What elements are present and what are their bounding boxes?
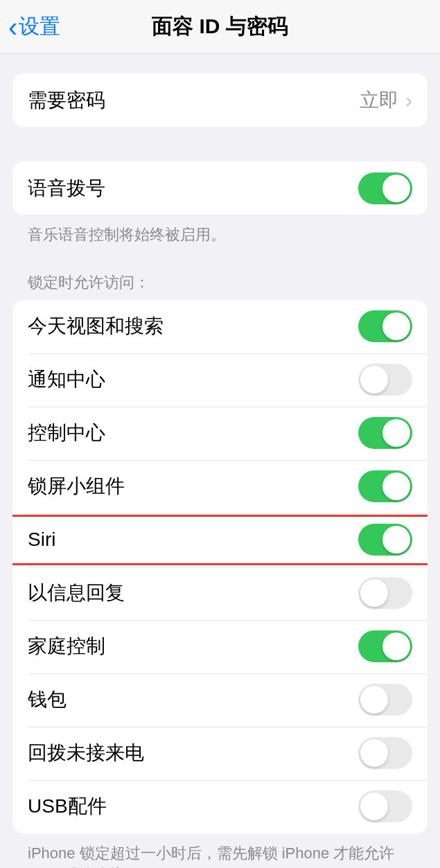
lock-access-toggle[interactable]	[358, 364, 412, 396]
passcode-group: 需要密码 立即 ›	[12, 73, 428, 127]
lock-access-toggle[interactable]	[358, 417, 412, 449]
lock-access-row: 家庭控制	[12, 620, 428, 673]
lock-access-label: 以信息回复	[28, 580, 125, 606]
toggle-knob	[360, 739, 388, 767]
lock-access-row: 控制中心	[12, 407, 428, 460]
toggle-knob	[360, 792, 388, 820]
lock-access-label: 钱包	[28, 687, 67, 713]
lock-access-label: USB配件	[28, 793, 107, 820]
back-label: 设置	[19, 12, 60, 41]
voice-dial-footer: 音乐语音控制将始终被启用。	[12, 215, 428, 246]
lock-access-row: Siri	[12, 513, 428, 567]
voice-dial-toggle[interactable]	[358, 172, 412, 204]
toggle-knob	[382, 632, 410, 660]
toggle-knob	[382, 526, 410, 553]
require-passcode-label: 需要密码	[28, 87, 105, 114]
lock-access-row: 钱包	[12, 673, 428, 727]
lock-access-toggle[interactable]	[358, 684, 412, 716]
back-button[interactable]: ‹ 设置	[0, 12, 60, 41]
toggle-knob	[382, 312, 410, 340]
lock-access-group: 今天视图和搜索通知中心控制中心锁屏小组件Siri以信息回复家庭控制钱包回拨未接来…	[12, 300, 428, 833]
toggle-knob	[360, 686, 388, 714]
lock-access-toggle[interactable]	[358, 577, 412, 609]
toggle-knob	[382, 175, 410, 202]
navigation-bar: ‹ 设置 面容 ID 与密码	[0, 0, 440, 54]
lock-access-label: 锁屏小组件	[28, 473, 125, 499]
chevron-right-icon: ›	[405, 89, 412, 112]
lock-access-toggle[interactable]	[358, 737, 412, 769]
lock-access-toggle[interactable]	[358, 524, 412, 556]
chevron-left-icon: ‹	[8, 13, 17, 41]
lock-access-label: Siri	[28, 529, 55, 551]
toggle-knob	[382, 419, 410, 447]
lock-access-footer: iPhone 锁定超过一小时后，需先解锁 iPhone 才能允许 USB 配件连…	[12, 833, 428, 868]
toggle-knob	[382, 472, 410, 500]
page-title: 面容 ID 与密码	[152, 12, 288, 41]
voice-dial-label: 语音拨号	[28, 175, 105, 202]
lock-access-toggle[interactable]	[358, 310, 412, 342]
lock-access-header: 锁定时允许访问：	[12, 246, 428, 300]
lock-access-toggle[interactable]	[358, 630, 412, 662]
require-passcode-value: 立即	[360, 87, 398, 114]
lock-access-row: 回拨未接来电	[12, 727, 428, 780]
lock-access-toggle[interactable]	[358, 470, 412, 502]
lock-access-toggle[interactable]	[358, 790, 412, 822]
lock-access-label: 家庭控制	[28, 633, 105, 659]
lock-access-row: 今天视图和搜索	[12, 300, 428, 353]
require-passcode-row[interactable]: 需要密码 立即 ›	[12, 73, 428, 127]
toggle-knob	[360, 579, 388, 607]
voice-dial-row: 语音拨号	[12, 161, 428, 215]
voice-dial-group: 语音拨号	[12, 161, 428, 215]
toggle-knob	[360, 366, 388, 393]
lock-access-label: 今天视图和搜索	[28, 313, 164, 339]
lock-access-label: 回拨未接来电	[28, 740, 144, 766]
lock-access-row: 以信息回复	[12, 567, 428, 620]
lock-access-label: 通知中心	[28, 366, 105, 393]
lock-access-row: 锁屏小组件	[12, 460, 428, 513]
lock-access-label: 控制中心	[28, 420, 105, 446]
lock-access-row: 通知中心	[12, 353, 428, 407]
lock-access-row: USB配件	[12, 780, 428, 833]
